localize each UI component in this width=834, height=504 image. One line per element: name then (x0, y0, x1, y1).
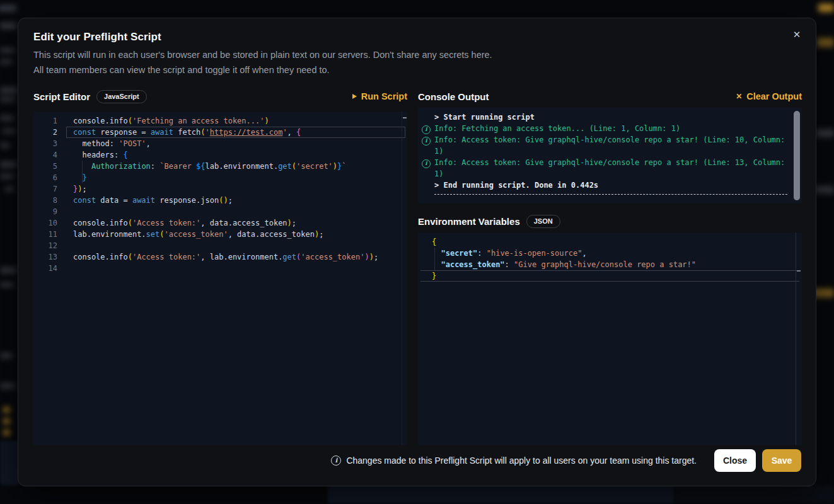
json-badge: JSON (526, 215, 560, 228)
code-line[interactable]: 4 headers: { (33, 149, 407, 161)
info-circle-icon: i (331, 455, 341, 466)
code-line[interactable]: 13console.info('Access token:', lab.envi… (33, 251, 407, 263)
environment-variables-label: Environment Variables (418, 216, 520, 227)
backdrop-blur-shape (816, 129, 834, 137)
backdrop-blur-shape (328, 485, 675, 504)
code-editor-lines: 1console.info('Fetching an access token.… (33, 112, 407, 274)
console-separator (434, 194, 788, 195)
code-line[interactable]: 8const data = await response.json(); (33, 195, 407, 206)
code-line[interactable]: 6 } (33, 172, 407, 183)
env-line[interactable]: "access_token": "Give graphql-hive/conso… (432, 259, 802, 270)
code-line[interactable]: 14 (33, 263, 407, 274)
console-entry: iInfo: Fetching an access token... (Line… (422, 123, 788, 134)
backdrop-blur-shape (675, 485, 834, 504)
info-circle-icon: i (422, 137, 431, 146)
footer-note: i Changes made to this Preflight Script … (331, 455, 697, 466)
script-editor-label: Script Editor (33, 91, 90, 102)
backdrop-blur-shape (0, 23, 16, 29)
backdrop-blur-shape (0, 97, 15, 102)
console-scrollbar-thumb[interactable] (794, 111, 800, 200)
env-line[interactable]: "secret": "hive-is-open-source", (432, 248, 802, 259)
backdrop-blur-shape (817, 38, 834, 47)
backdrop-blur-shape (0, 48, 15, 53)
backdrop-blur-shape (0, 383, 15, 389)
clear-output-button[interactable]: ✕ Clear Output (736, 91, 802, 101)
preflight-script-modal: ✕ Edit your Preflight Script This script… (18, 18, 816, 486)
backdrop-blur-shape (0, 87, 18, 94)
code-line[interactable]: 3 method: 'POST', (33, 138, 407, 149)
env-line[interactable]: } (432, 270, 802, 282)
code-line[interactable]: 1console.info('Fetching an access token.… (33, 115, 407, 127)
code-line[interactable]: 12 (33, 240, 407, 251)
backdrop-blur-shape (0, 282, 14, 287)
console-scrollbar[interactable] (794, 111, 800, 200)
close-icon[interactable]: ✕ (791, 28, 803, 41)
console-entries: > Start running scriptiInfo: Fetching an… (422, 112, 788, 191)
code-line[interactable]: 10console.info('Access token:', data.acc… (33, 217, 407, 229)
backdrop-blur-shape (0, 115, 14, 121)
backdrop-blur-shape (3, 418, 10, 424)
clear-icon: ✕ (736, 93, 742, 100)
env-line[interactable]: { (432, 236, 802, 248)
editor-scrollbar[interactable] (402, 112, 402, 445)
play-icon (352, 94, 357, 99)
indent-guide (82, 161, 83, 183)
backdrop-blur-shape (814, 186, 834, 193)
overview-ruler-mark (403, 117, 407, 118)
info-circle-icon: i (422, 125, 431, 134)
code-line[interactable]: 9 (33, 206, 407, 217)
backdrop-blur-shape (0, 59, 13, 64)
save-button[interactable]: Save (762, 449, 801, 472)
run-script-button[interactable]: Run Script (352, 91, 407, 101)
language-badge: JavaScript (96, 90, 147, 103)
console-entry: iInfo: Access token: Give graphql-hive/c… (422, 134, 788, 157)
backdrop-blur-shape (3, 430, 10, 435)
modal-description-line2: All team members can view the script and… (33, 62, 492, 77)
clear-output-label: Clear Output (746, 91, 802, 101)
modal-description: This script will run in each user's brow… (33, 47, 492, 77)
overview-ruler-mark (797, 270, 801, 272)
page-title: Edit your Preflight Script (33, 31, 161, 43)
script-code-editor[interactable]: 1console.info('Fetching an access token.… (33, 112, 407, 445)
code-line[interactable]: 11lab.environment.set('access_token', da… (33, 229, 407, 240)
backdrop-blur-shape (0, 441, 19, 485)
info-circle-icon: i (422, 159, 431, 168)
close-button[interactable]: Close (714, 449, 756, 472)
backdrop-blur-shape (818, 4, 834, 12)
env-editor-scrollbar[interactable] (796, 232, 796, 445)
backdrop-blur-shape (3, 129, 15, 134)
env-editor-lines: { "secret": "hive-is-open-source", "acce… (418, 232, 802, 282)
code-line[interactable]: 2const response = await fetch('https://t… (33, 127, 407, 138)
run-script-label: Run Script (361, 91, 407, 101)
indent-guide (434, 248, 435, 270)
backdrop-blur-shape (0, 5, 16, 11)
backdrop-blur-shape (5, 186, 14, 192)
backdrop-blur-shape (0, 267, 16, 273)
footer-note-text: Changes made to this Preflight Script wi… (346, 455, 697, 466)
code-line[interactable]: 5 Authorization: `Bearer ${lab.environme… (33, 161, 407, 172)
backdrop-blur-shape (0, 143, 10, 148)
console-output-label: Console Output (418, 91, 489, 102)
console-entry: > Start running script (422, 112, 788, 123)
modal-description-line1: This script will run in each user's brow… (33, 47, 492, 62)
backdrop-blur-shape (0, 174, 14, 179)
backdrop-blur-shape (0, 161, 16, 168)
code-line[interactable]: 7}); (33, 183, 407, 195)
backdrop-blur-shape (3, 407, 10, 413)
backdrop-blur-shape (0, 353, 13, 358)
console-output-panel: > Start running scriptiInfo: Fetching an… (418, 108, 802, 203)
console-entry: > End running script. Done in 0.442s (422, 180, 788, 191)
env-variables-editor[interactable]: { "secret": "hive-is-open-source", "acce… (418, 232, 802, 445)
console-entry: iInfo: Access token: Give graphql-hive/c… (422, 157, 788, 180)
